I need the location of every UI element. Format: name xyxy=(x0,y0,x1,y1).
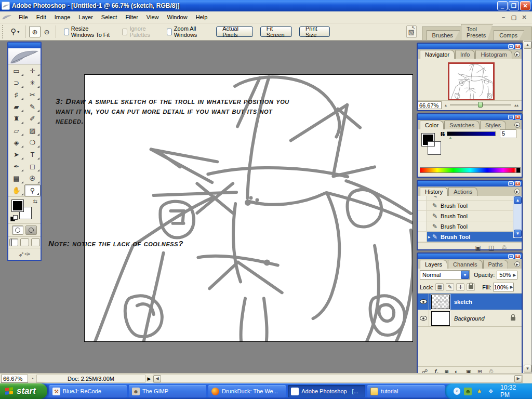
horizontal-scrollbar[interactable]: ◀ ▶ xyxy=(153,375,523,383)
palette-menu-icon[interactable]: ▶ xyxy=(514,189,520,194)
menu-item[interactable]: Edit xyxy=(32,12,50,22)
palette-minimize-icon[interactable]: – xyxy=(508,181,514,186)
hidden-icons-button[interactable]: ‹ xyxy=(454,388,461,395)
palette-menu-icon[interactable]: ▶ xyxy=(514,51,520,57)
history-source-well[interactable] xyxy=(418,201,427,210)
scroll-right-icon[interactable]: ▶ xyxy=(514,375,522,382)
edit-in-imageready-icon[interactable]: ➶✑ xyxy=(18,250,30,258)
lock-all-icon[interactable] xyxy=(467,283,475,291)
history-source-well[interactable] xyxy=(418,232,427,242)
slider-thumb[interactable] xyxy=(478,102,483,108)
visibility-well[interactable] xyxy=(418,294,429,310)
minimize-button[interactable]: _ xyxy=(497,1,508,10)
history-step[interactable]: ▸ ✎ Brush Tool xyxy=(418,211,522,221)
layers-tab[interactable]: Layers xyxy=(420,260,447,269)
tool-gradient[interactable]: ▨ xyxy=(24,125,41,137)
options-bar-grip[interactable] xyxy=(2,25,4,38)
scroll-left-icon[interactable]: ◀ xyxy=(153,375,161,382)
toolbox-title-bar[interactable] xyxy=(8,43,41,48)
tool-type[interactable]: T xyxy=(24,149,41,161)
spinner-arrow-icon[interactable]: ▶ xyxy=(512,273,517,277)
navigator-tab[interactable]: Info xyxy=(455,50,475,59)
fullscreen-mode-button[interactable] xyxy=(31,238,40,246)
history-source-well[interactable] xyxy=(418,211,427,221)
options-button[interactable]: Fit Screen xyxy=(260,26,292,37)
navigator-tab[interactable]: Navigator xyxy=(420,50,455,59)
checkbox-box[interactable] xyxy=(64,29,69,35)
taskbar-button[interactable]: tutorial xyxy=(367,385,445,397)
history-palette-title-bar[interactable]: – x xyxy=(418,181,522,187)
menu-item[interactable]: File xyxy=(15,12,32,22)
history-tab[interactable]: History xyxy=(420,187,448,196)
doc-close-button[interactable]: ✕ xyxy=(521,14,528,21)
taskbar-button[interactable]: ☻ The GIMP xyxy=(129,385,206,397)
vertical-scrollbar[interactable]: ▲ ▼ xyxy=(523,41,531,373)
new-document-from-state-icon[interactable]: ▣ xyxy=(475,244,481,251)
checkbox-box[interactable] xyxy=(167,29,172,35)
palette-minimize-icon[interactable]: – xyxy=(508,44,514,49)
palette-close-icon[interactable]: x xyxy=(515,115,521,119)
tool-zoom[interactable]: ⚲ xyxy=(24,184,41,196)
scroll-up-icon[interactable]: ▲ xyxy=(514,196,522,204)
zoom-out-button[interactable]: ⊖ xyxy=(41,26,52,37)
doc-minimize-button[interactable]: – xyxy=(500,14,507,21)
color-panel-tab[interactable]: Styles xyxy=(480,121,506,129)
color-panel-tab[interactable]: Swatches xyxy=(444,121,480,129)
history-tab[interactable]: Actions xyxy=(448,187,477,196)
zoom-in-slider-icon[interactable]: ▴▴ xyxy=(514,103,518,108)
layer-name[interactable]: Background xyxy=(454,315,485,322)
history-step[interactable]: ▸ ✎ Brush Tool xyxy=(418,221,522,232)
start-button[interactable]: start xyxy=(0,383,47,399)
layer-thumbnail[interactable] xyxy=(431,295,450,309)
taskbar-button[interactable]: DrunkDuck: The We... xyxy=(208,385,286,397)
zoom-in-button[interactable]: ⊕ xyxy=(29,26,41,37)
tool-shape[interactable]: ◻ xyxy=(24,161,41,172)
tool-rectangular-marquee[interactable]: ▭ xyxy=(8,65,24,77)
swap-colors-icon[interactable]: ⇆ xyxy=(33,198,37,204)
menu-item[interactable]: Layer xyxy=(74,12,97,22)
taskbar-button[interactable]: Adobe Photoshop - [... xyxy=(288,385,365,397)
navigator-zoom-slider[interactable] xyxy=(450,104,511,105)
tool-clone-stamp[interactable]: ♜ xyxy=(8,113,24,125)
tool-eyedropper[interactable]: ✇ xyxy=(24,172,41,184)
lock-transparency-icon[interactable]: ▦ xyxy=(435,283,444,291)
zoom-out-slider-icon[interactable]: ▴ xyxy=(445,103,447,108)
color-panel-tab[interactable]: Color xyxy=(420,121,444,129)
security-icon[interactable]: ★ xyxy=(475,388,483,395)
new-snapshot-icon[interactable]: ◫ xyxy=(488,244,494,251)
messenger-icon[interactable]: ☻ xyxy=(464,388,472,395)
tool-brush[interactable]: ✎ xyxy=(24,101,41,113)
tool-healing-brush[interactable]: ▰ xyxy=(8,101,24,113)
navigator-zoom-field[interactable]: 66.67% xyxy=(418,101,442,109)
blend-mode-select[interactable]: Normal ▼ xyxy=(420,270,470,280)
lock-image-icon[interactable]: ✎ xyxy=(446,283,454,291)
dropdown-arrow-icon[interactable]: ▼ xyxy=(461,271,469,279)
scroll-up-icon[interactable]: ▲ xyxy=(524,41,531,49)
channel-slider[interactable]: ▲ xyxy=(447,131,496,136)
lock-position-icon[interactable]: ✛ xyxy=(456,283,464,291)
history-source-well[interactable] xyxy=(418,221,427,231)
quick-mask-mode-button[interactable] xyxy=(25,225,37,235)
palette-menu-icon[interactable]: ▶ xyxy=(514,261,520,267)
layers-tab[interactable]: Channels xyxy=(448,260,482,269)
layer-row-background[interactable]: Background xyxy=(418,310,522,327)
status-menu-arrow-icon[interactable]: ▶ xyxy=(145,376,153,381)
history-step[interactable]: ▸ ✎ xyxy=(418,196,522,201)
doc-restore-button[interactable]: ▢ xyxy=(510,14,517,21)
tool-hand[interactable]: ✋ xyxy=(8,184,24,196)
tool-dodge[interactable]: ❍ xyxy=(24,137,41,149)
tool-blur[interactable]: ◈ xyxy=(8,137,24,149)
menu-item[interactable]: View xyxy=(142,12,163,22)
menu-item[interactable]: Select xyxy=(97,12,122,22)
channel-value-field[interactable]: 5 xyxy=(500,129,516,138)
tool-crop[interactable]: ♯ xyxy=(8,89,24,101)
palette-minimize-icon[interactable]: – xyxy=(508,254,514,259)
fullscreen-menubar-mode-button[interactable] xyxy=(20,238,29,246)
palette-close-icon[interactable]: x xyxy=(515,44,521,49)
zoom-level-field[interactable]: 66.67% xyxy=(1,375,28,383)
scroll-down-icon[interactable]: ▼ xyxy=(514,230,522,237)
scroll-down-icon[interactable]: ▼ xyxy=(524,365,531,373)
layers-palette-title-bar[interactable]: – x xyxy=(418,254,522,259)
close-button[interactable]: ✕ xyxy=(520,1,530,10)
tool-path-selection[interactable]: ➤ xyxy=(8,149,24,161)
